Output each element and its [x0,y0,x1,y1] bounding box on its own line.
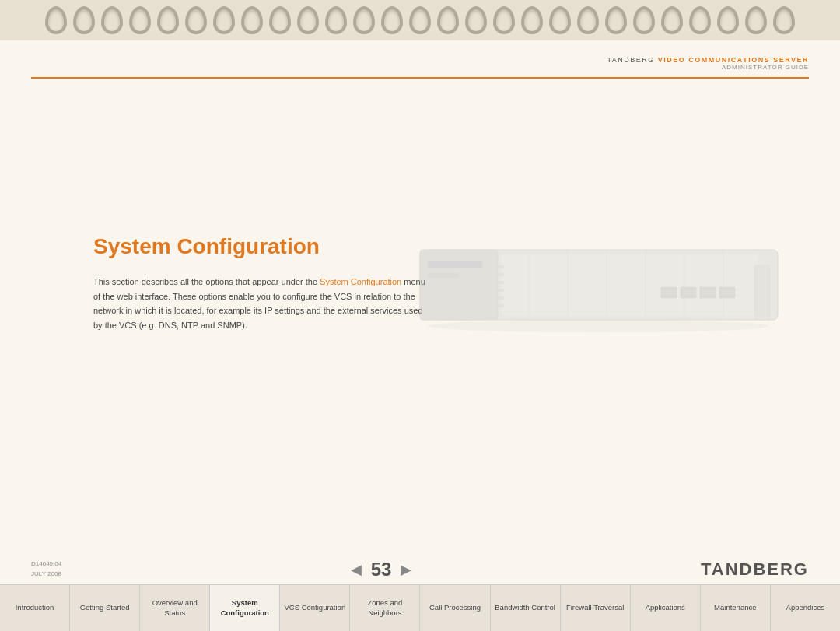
spiral-ring [241,6,263,34]
spiral-ring [437,6,459,34]
svg-rect-1 [420,250,498,320]
doc-number: D14049.04 [31,559,61,570]
spiral-ring [185,6,207,34]
spiral-ring [549,6,571,34]
spiral-ring [213,6,235,34]
svg-rect-2 [428,261,482,268]
nav-tab-overview-status[interactable]: Overview and Status [140,585,210,631]
system-config-link[interactable]: System Configuration [320,277,401,286]
spiral-ring [381,6,403,34]
nav-tab-system-configuration[interactable]: System Configuration [210,585,280,631]
brand-name: TANDBERG VIDEO COMMUNICATIONS SERVER [31,56,809,64]
spiral-ring [269,6,291,34]
svg-rect-14 [700,287,716,298]
spiral-ring [45,6,67,34]
main-content: TANDBERG VIDEO COMMUNICATIONS SERVER ADM… [0,40,840,584]
content-body: System Configuration This section descri… [31,79,809,364]
svg-rect-4 [502,254,758,316]
spiral-ring [129,6,151,34]
svg-rect-3 [428,273,459,278]
nav-tab-introduction[interactable]: Introduction [0,585,70,631]
device-image [412,203,786,343]
prev-page-button[interactable]: ◀ [351,561,362,578]
nav-tab-bandwidth-control[interactable]: Bandwidth Control [491,585,561,631]
footer: D14049.04 JULY 2008 ◀ 53 ▶ TANDBERG [0,559,840,580]
spiral-ring [717,6,739,34]
svg-rect-17 [498,265,504,268]
nav-tab-appendices[interactable]: Appendices [771,585,840,631]
nav-tab-maintenance[interactable]: Maintenance [701,585,771,631]
page-navigation: ◀ 53 ▶ [351,559,412,580]
svg-rect-15 [719,287,735,298]
device-svg [412,203,786,343]
svg-rect-12 [661,287,677,298]
next-page-button[interactable]: ▶ [401,561,411,578]
spiral-ring [773,6,795,34]
svg-rect-22 [498,304,504,307]
spiral-ring [73,6,95,34]
nav-tab-zones-neighbors[interactable]: Zones and Neighbors [350,585,420,631]
spiral-ring [577,6,599,34]
bottom-navigation: IntroductionGetting StartedOverview and … [0,584,840,631]
svg-rect-18 [498,273,504,276]
guide-subtitle: ADMINISTRATOR GUIDE [31,64,809,71]
doc-info: D14049.04 JULY 2008 [31,559,61,580]
spiral-ring [297,6,319,34]
nav-tab-applications[interactable]: Applications [631,585,701,631]
svg-point-16 [428,320,770,332]
nav-tab-vcs-configuration[interactable]: VCS Configuration [280,585,350,631]
svg-rect-23 [754,265,770,320]
spiral-ring [325,6,347,34]
footer-brand: TANDBERG [701,559,809,580]
spiral-ring [633,6,655,34]
spiral-ring [409,6,431,34]
spiral-ring [745,6,767,34]
nav-tab-firewall-traversal[interactable]: Firewall Traversal [561,585,631,631]
svg-rect-21 [498,296,504,300]
section-description: This section describes all the options t… [93,275,428,333]
spiral-ring [521,6,543,34]
spiral-ring [157,6,179,34]
spiral-ring [465,6,487,34]
nav-tab-call-processing[interactable]: Call Processing [420,585,490,631]
doc-date: JULY 2008 [31,570,61,580]
svg-rect-19 [498,281,504,284]
spiral-ring [605,6,627,34]
svg-rect-13 [681,287,696,298]
page-header: TANDBERG VIDEO COMMUNICATIONS SERVER ADM… [31,56,809,79]
nav-tab-getting-started[interactable]: Getting Started [70,585,140,631]
page-number: 53 [371,559,392,580]
svg-rect-20 [498,289,504,292]
spiral-ring [353,6,375,34]
spiral-binding [0,0,840,40]
brand-highlight: VIDEO COMMUNICATIONS SERVER [658,56,809,64]
spiral-ring [661,6,683,34]
spiral-ring [689,6,711,34]
spiral-ring [101,6,123,34]
spiral-ring [493,6,515,34]
description-text-before: This section describes all the options t… [93,277,320,286]
